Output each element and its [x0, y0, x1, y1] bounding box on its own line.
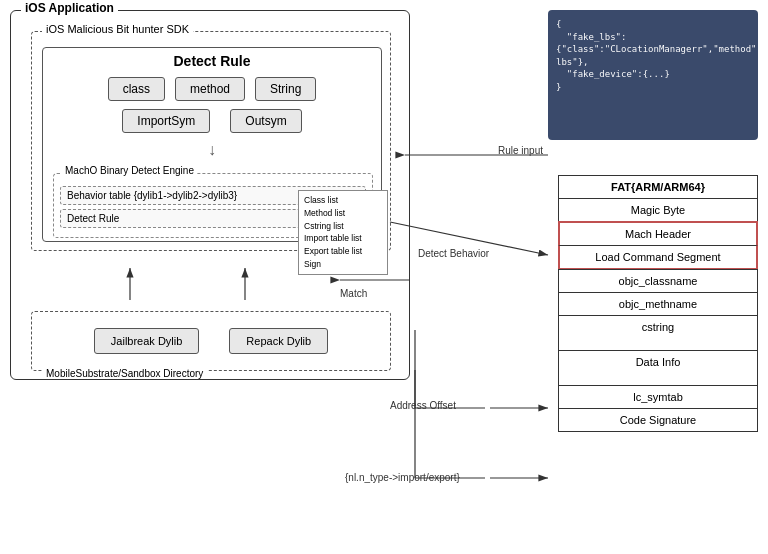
importsym-button: ImportSym — [122, 109, 210, 133]
json-code-box: { "fake_lbs":{"class":"CLocationManagerr… — [548, 10, 758, 140]
ios-app-label: iOS Application — [21, 1, 118, 15]
jailbreak-dylib-button: Jailbreak Dylib — [94, 328, 200, 354]
small-list-box: Class list Method list Cstring list Impo… — [298, 190, 388, 275]
list-item-5: Export table list — [304, 245, 382, 258]
fat-row-magic-byte: Magic Byte — [558, 198, 758, 222]
list-item-3: Cstring list — [304, 220, 382, 233]
sdk-label: iOS Malicious Bit hunter SDK — [42, 23, 193, 35]
fat-row-header: FAT{ARM/ARM64} — [558, 175, 758, 199]
fat-row-lc-symtab: lc_symtab — [558, 385, 758, 409]
fat-row-load-command: Load Command Segment — [558, 245, 758, 270]
lc-symtab-label: {nl.n_type->import/export} — [345, 472, 460, 483]
match-label: Match — [340, 288, 367, 299]
fat-row-mach-header: Mach Header — [558, 221, 758, 246]
fat-row-methname: objc_methname — [558, 292, 758, 316]
repack-dylib-button: Repack Dylib — [229, 328, 328, 354]
sym-row: ImportSym Outsym — [43, 109, 381, 133]
list-item-1: Class list — [304, 194, 382, 207]
fat-table: FAT{ARM/ARM64} Magic Byte Mach Header Lo… — [558, 175, 758, 431]
list-item-2: Method list — [304, 207, 382, 220]
arrow-down-1: ↓ — [43, 141, 381, 159]
fat-row-cstring: cstring — [558, 315, 758, 339]
string-button: String — [255, 77, 316, 101]
rule-input-label: Rule input — [498, 145, 543, 156]
detect-rule-buttons-row: class method String — [43, 77, 381, 101]
fat-row-classname: objc_classname — [558, 269, 758, 293]
list-item-4: Import table list — [304, 232, 382, 245]
address-offset-label: Address Offset — [390, 400, 456, 411]
jailbreak-area: Jailbreak Dylib Repack Dylib MobileSubst… — [31, 311, 391, 371]
list-item-6: Sign — [304, 258, 382, 271]
fat-row-code-signature: Code Signature — [558, 408, 758, 432]
outsym-button: Outsym — [230, 109, 301, 133]
macho-engine-label: MachO Binary Detect Engine — [62, 165, 197, 176]
jailbreak-row: Jailbreak Dylib Repack Dylib — [32, 312, 390, 370]
diagram-container: iOS Application iOS Malicious Bit hunter… — [0, 0, 768, 554]
method-button: method — [175, 77, 245, 101]
fat-row-data-info: Data Info — [558, 350, 758, 374]
class-button: class — [108, 77, 165, 101]
detect-behavior-label: Detect Behavior — [418, 248, 489, 259]
detect-rule-title: Detect Rule — [43, 48, 381, 77]
jailbreak-label: MobileSubstrate/Sandbox Directory — [42, 368, 207, 379]
